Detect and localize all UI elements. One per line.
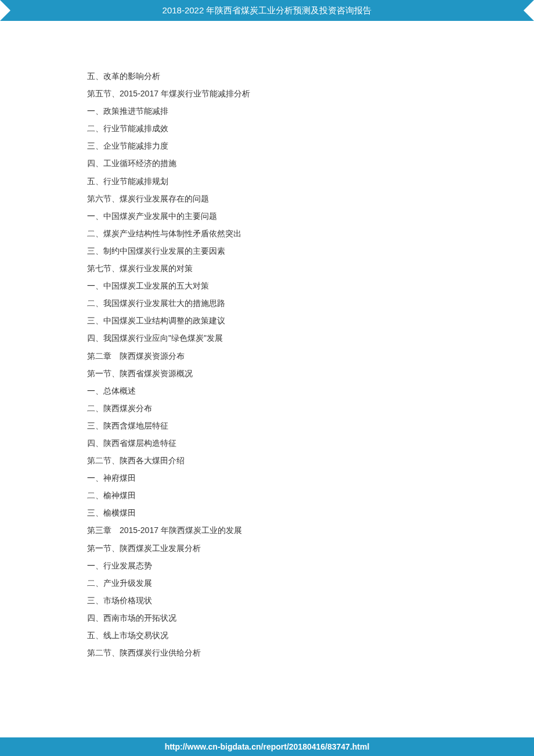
- footer-url: http://www.cn-bigdata.cn/report/20180416…: [165, 742, 370, 751]
- toc-line: 五、改革的影响分析: [87, 67, 447, 85]
- toc-line: 三、榆横煤田: [87, 504, 447, 521]
- header-title: 2018-2022 年陕西省煤炭工业分析预测及投资咨询报告: [163, 5, 372, 16]
- toc-line: 一、神府煤田: [87, 469, 447, 487]
- toc-line: 第三章 2015-2017 年陕西煤炭工业的发展: [87, 521, 447, 539]
- toc-line: 四、工业循环经济的措施: [87, 154, 447, 172]
- toc-line: 三、制约中国煤炭行业发展的主要因素: [87, 242, 447, 260]
- footer-banner: http://www.cn-bigdata.cn/report/20180416…: [0, 737, 534, 756]
- toc-line: 二、产业升级发展: [87, 574, 447, 592]
- toc-line: 三、陕西含煤地层特征: [87, 417, 447, 434]
- toc-line: 第五节、2015-2017 年煤炭行业节能减排分析: [87, 85, 447, 102]
- toc-line: 第六节、煤炭行业发展存在的问题: [87, 190, 447, 207]
- toc-line: 一、中国煤炭产业发展中的主要问题: [87, 207, 447, 225]
- toc-line: 二、我国煤炭行业发展壮大的措施思路: [87, 294, 447, 312]
- toc-line: 五、线上市场交易状况: [87, 627, 447, 644]
- toc-line: 三、企业节能减排力度: [87, 137, 447, 154]
- toc-line: 二、行业节能减排成效: [87, 120, 447, 137]
- toc-line: 四、陕西省煤层构造特征: [87, 434, 447, 452]
- toc-line: 第七节、煤炭行业发展的对策: [87, 260, 447, 277]
- toc-line: 二、榆神煤田: [87, 487, 447, 504]
- toc-line: 一、总体概述: [87, 382, 447, 399]
- toc-line: 一、政策推进节能减排: [87, 102, 447, 120]
- toc-line: 二、陕西煤炭分布: [87, 399, 447, 417]
- toc-line: 第二节、陕西各大煤田介绍: [87, 452, 447, 469]
- toc-line: 第二节、陕西煤炭行业供给分析: [87, 644, 447, 661]
- toc-line: 一、中国煤炭工业发展的五大对策: [87, 277, 447, 294]
- toc-line: 四、西南市场的开拓状况: [87, 609, 447, 627]
- toc-line: 第二章 陕西煤炭资源分布: [87, 347, 447, 365]
- toc-line: 五、行业节能减排规划: [87, 172, 447, 190]
- toc-line: 一、行业发展态势: [87, 557, 447, 574]
- toc-line: 四、我国煤炭行业应向"绿色煤炭"发展: [87, 329, 447, 347]
- document-content: 五、改革的影响分析 第五节、2015-2017 年煤炭行业节能减排分析 一、政策…: [0, 21, 534, 696]
- toc-line: 第一节、陕西省煤炭资源概况: [87, 365, 447, 382]
- toc-line: 三、市场价格现状: [87, 592, 447, 609]
- toc-line: 二、煤炭产业结构性与体制性矛盾依然突出: [87, 225, 447, 242]
- header-banner: 2018-2022 年陕西省煤炭工业分析预测及投资咨询报告: [0, 0, 534, 21]
- toc-line: 第一节、陕西煤炭工业发展分析: [87, 539, 447, 557]
- toc-line: 三、中国煤炭工业结构调整的政策建议: [87, 312, 447, 329]
